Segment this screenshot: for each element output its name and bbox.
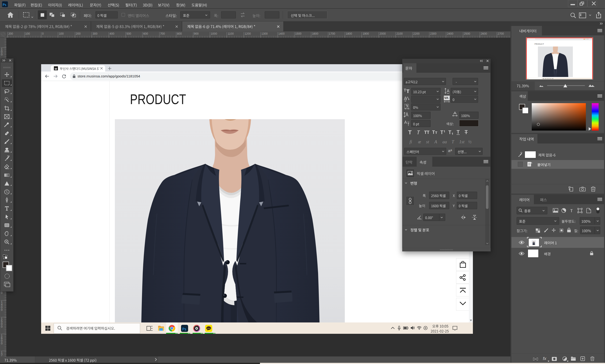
svg-text:TALK: TALK [207,328,211,329]
